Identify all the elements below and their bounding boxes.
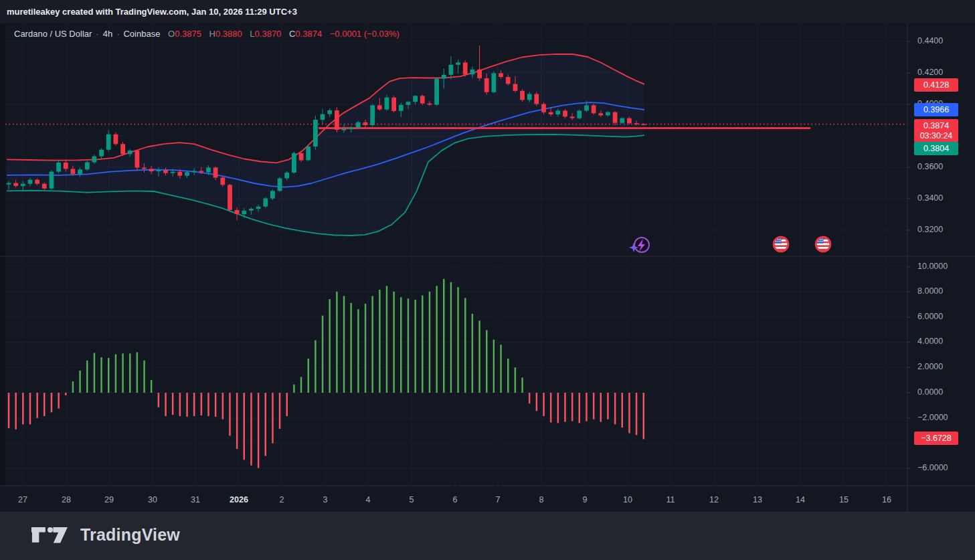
- us-flag-icon[interactable]: [774, 237, 788, 252]
- time-axis-label[interactable]: 2026: [224, 495, 254, 504]
- time-axis-label[interactable]: 29: [94, 495, 124, 504]
- candle: [50, 172, 54, 189]
- histogram-bar: [521, 377, 523, 393]
- time-axis-label[interactable]: 2: [266, 495, 297, 504]
- time-axis-label[interactable]: 8: [526, 495, 557, 504]
- candle: [42, 184, 47, 189]
- histogram-bar: [607, 393, 609, 419]
- time-axis-label[interactable]: 10: [612, 495, 643, 504]
- histogram-bar: [550, 393, 552, 422]
- current-price-badge: 0.387403:30:24: [914, 119, 958, 143]
- candle: [249, 209, 254, 211]
- candle: [598, 113, 603, 115]
- candle: [327, 110, 332, 114]
- candle: [363, 122, 368, 125]
- candle: [213, 168, 218, 178]
- close-label: C: [289, 29, 295, 39]
- histogram-bar: [222, 393, 224, 419]
- time-axis-label[interactable]: 30: [137, 495, 168, 504]
- us-flag-icon[interactable]: [816, 237, 830, 252]
- time-axis-label[interactable]: 7: [482, 495, 513, 504]
- histogram-bar: [158, 393, 160, 407]
- candle: [149, 169, 154, 171]
- histogram-bar: [450, 282, 452, 393]
- time-axis-label[interactable]: 27: [7, 495, 38, 504]
- candle: [263, 199, 268, 207]
- time-axis-label[interactable]: 6: [440, 495, 470, 504]
- histogram-bar: [429, 292, 431, 393]
- candle: [356, 122, 361, 128]
- histogram-bar: [436, 286, 438, 393]
- symbol-title[interactable]: Cardano / US Dollar: [14, 29, 92, 39]
- candle: [313, 120, 318, 147]
- time-axis-label[interactable]: 11: [655, 495, 686, 504]
- candle: [413, 96, 418, 102]
- candle: [71, 169, 76, 174]
- indicator-axis-label: 2.0000: [917, 362, 943, 371]
- histogram-bar: [36, 393, 38, 418]
- candle: [78, 169, 82, 174]
- chart-canvas[interactable]: [0, 23, 975, 512]
- price-axis-label: 0.4200: [917, 68, 943, 77]
- candle: [584, 105, 589, 110]
- time-axis-label[interactable]: 12: [699, 495, 729, 504]
- histogram-bar: [515, 367, 517, 393]
- time-axis-label[interactable]: 13: [742, 495, 773, 504]
- chart-widget[interactable]: Cardano / US Dollar·4h·Coinbase O0.3875 …: [0, 23, 975, 512]
- histogram-bar: [315, 341, 317, 393]
- histogram-bar: [343, 296, 345, 393]
- histogram-bar: [308, 359, 310, 393]
- histogram-bar: [593, 393, 595, 419]
- time-axis-label[interactable]: 28: [51, 495, 82, 504]
- histogram-bar: [564, 393, 566, 422]
- chart-legend[interactable]: Cardano / US Dollar·4h·Coinbase O0.3875 …: [14, 29, 400, 39]
- histogram-bar: [536, 393, 538, 411]
- change-value: −0.0001 (−0.03%): [330, 29, 400, 39]
- histogram-bar: [86, 361, 88, 393]
- histogram-bar: [571, 393, 573, 422]
- histogram-bar: [443, 279, 445, 393]
- candle: [21, 184, 25, 186]
- candle: [370, 105, 375, 125]
- histogram-bar: [628, 393, 630, 434]
- candle: [171, 172, 175, 173]
- indicator-value-badge: 0.4128: [914, 78, 958, 92]
- candle: [641, 124, 646, 125]
- time-axis-label[interactable]: 15: [828, 495, 859, 504]
- time-axis-label[interactable]: 16: [871, 495, 902, 504]
- candle: [442, 75, 446, 79]
- candle: [163, 170, 168, 173]
- exchange-label[interactable]: Coinbase: [123, 29, 160, 39]
- time-axis-label[interactable]: 3: [310, 495, 341, 504]
- candle: [85, 163, 90, 170]
- indicator-axis-label: 8.0000: [917, 286, 943, 296]
- histogram-bar: [51, 393, 53, 412]
- price-axis-label: 0.3600: [917, 162, 943, 171]
- histogram-bar: [244, 393, 246, 460]
- high-value: 0.3880: [215, 29, 242, 39]
- candle: [335, 110, 339, 130]
- candle: [420, 96, 425, 103]
- candle: [385, 98, 389, 110]
- histogram-bar: [72, 381, 74, 393]
- histogram-bar: [8, 393, 10, 428]
- candle: [220, 178, 225, 185]
- tradingview-logo[interactable]: TradingView: [31, 525, 180, 545]
- histogram-bar: [22, 393, 24, 424]
- histogram-bar: [300, 377, 302, 393]
- time-axis-label[interactable]: 9: [569, 495, 600, 504]
- histogram-bar: [15, 393, 17, 430]
- open-label: O: [168, 29, 175, 39]
- time-axis-label[interactable]: 4: [353, 495, 383, 504]
- time-axis-label[interactable]: 14: [785, 495, 816, 504]
- histogram-bar: [122, 353, 124, 393]
- histogram-bar: [236, 393, 238, 449]
- time-axis-label[interactable]: 31: [180, 495, 211, 504]
- interval-label[interactable]: 4h: [103, 29, 112, 39]
- histogram-bar: [258, 393, 260, 468]
- histogram-bar: [365, 304, 367, 393]
- candle: [520, 91, 525, 100]
- time-axis-label[interactable]: 5: [396, 495, 427, 504]
- candle: [228, 185, 232, 210]
- close-value: 0.3874: [295, 29, 322, 39]
